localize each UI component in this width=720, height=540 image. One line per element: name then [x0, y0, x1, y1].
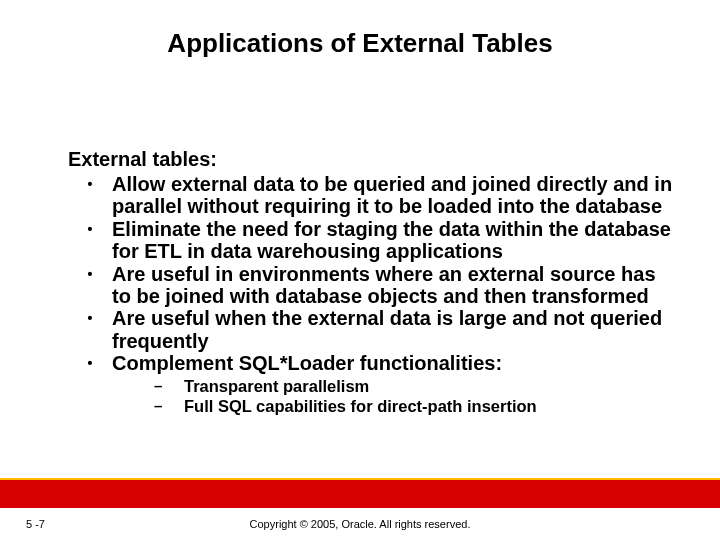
bullet-marker: • — [68, 352, 112, 372]
list-item: – Full SQL capabilities for direct-path … — [154, 397, 675, 417]
sub-bullet-marker: – — [154, 397, 184, 415]
bullet-marker: • — [68, 218, 112, 238]
bullet-text: Are useful in environments where an exte… — [112, 263, 675, 308]
bullet-marker: • — [68, 263, 112, 283]
bullet-text: Allow external data to be queried and jo… — [112, 173, 675, 218]
slide-title: Applications of External Tables — [0, 28, 720, 59]
copyright-text: Copyright © 2005, Oracle. All rights res… — [0, 518, 720, 530]
list-item: • Are useful in environments where an ex… — [68, 263, 675, 308]
sub-bullet-text: Full SQL capabilities for direct-path in… — [184, 397, 537, 417]
sub-bullet-text: Transparent parallelism — [184, 377, 369, 397]
bullet-text: Are useful when the external data is lar… — [112, 307, 675, 352]
bullet-marker: • — [68, 307, 112, 327]
slide: Applications of External Tables External… — [0, 0, 720, 540]
oracle-logo-text: ORACLE — [636, 456, 698, 472]
lead-text: External tables: — [68, 148, 675, 171]
list-item: • Eliminate the need for staging the dat… — [68, 218, 675, 263]
list-item: – Transparent parallelism — [154, 377, 675, 397]
sub-bullet-marker: – — [154, 377, 184, 395]
bullet-marker: • — [68, 173, 112, 193]
oracle-logo: ORACLE — [616, 456, 698, 472]
list-item: • Are useful when the external data is l… — [68, 307, 675, 352]
bullet-text: Complement SQL*Loader functionalities: — [112, 352, 675, 374]
slide-content: External tables: • Allow external data t… — [68, 148, 675, 418]
bullet-text: Eliminate the need for staging the data … — [112, 218, 675, 263]
footer-bar: ORACLE — [0, 480, 720, 508]
sub-bullet-list: – Transparent parallelism – Full SQL cap… — [154, 377, 675, 418]
oracle-ring-icon — [616, 459, 632, 470]
list-item: • Allow external data to be queried and … — [68, 173, 675, 218]
bullet-list: • Allow external data to be queried and … — [68, 173, 675, 375]
list-item: • Complement SQL*Loader functionalities: — [68, 352, 675, 374]
